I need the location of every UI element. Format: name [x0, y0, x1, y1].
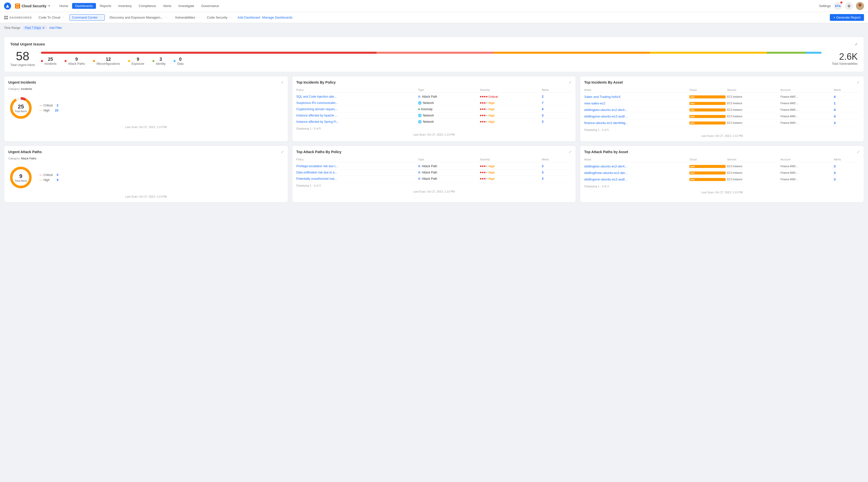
high-count[interactable]: 23: [55, 109, 58, 112]
asset-link-4[interactable]: ebillingone-ubuntu-ec2-asdf...: [584, 115, 688, 118]
asset-row-4: ebillingone-ubuntu-ec2-asdf... aws EC2 I…: [584, 113, 860, 120]
progress-incidents: [41, 52, 376, 54]
alerts-count-5[interactable]: 3: [542, 120, 571, 124]
top-attack-policy-expand[interactable]: ⤢: [569, 150, 571, 154]
urgent-incidents-total: 25: [15, 103, 27, 110]
asset-alerts-1[interactable]: 4: [834, 95, 860, 99]
asset-alerts-4[interactable]: 4: [834, 115, 860, 118]
urgent-attack-scan-time: Last Scan: Oct 27, 2023, 1:13 PM: [8, 195, 284, 198]
top-incidents-asset-card: Top Incidents By Asset ⤢ Asset Cloud Ser…: [580, 76, 864, 141]
tab-discovery[interactable]: Discovery and Exposure Managem... ⋯: [107, 14, 170, 21]
urgent-attack-paths-expand[interactable]: ⤢: [281, 150, 284, 154]
total-vulns-label: Total Vulnerabilities: [828, 62, 858, 66]
dashboards-label: DASHBOARDS: [4, 15, 32, 20]
policy-link-4[interactable]: Instance affected by Apache ...: [297, 114, 416, 117]
attack-asset-link-2[interactable]: ebillingthree-ubuntu-ec2-der...: [584, 171, 688, 175]
attack-asset-link-3[interactable]: ebillingone-ubuntu-ec2-asdf...: [584, 178, 688, 181]
nav-compliance[interactable]: Compliance: [136, 3, 159, 9]
attack-critical-count[interactable]: 0: [57, 173, 59, 177]
tab-vulnerabilities[interactable]: Vulnerabilities ⋯: [172, 14, 202, 21]
critical-count[interactable]: 2: [57, 104, 59, 107]
policy-link-1[interactable]: SQL and Code Injection atte...: [297, 95, 416, 98]
asset-link-1[interactable]: Sales and Trading hz6vX: [584, 95, 688, 99]
attack-high-count[interactable]: 9: [57, 178, 59, 182]
asset-link-5[interactable]: finance-ubuntu-ec2-der4t4tg...: [584, 121, 688, 125]
logo[interactable]: [4, 2, 11, 9]
alerts-count-4[interactable]: 3: [542, 114, 571, 117]
top-incidents-policy-expand[interactable]: ⤢: [569, 80, 571, 84]
nav-inventory[interactable]: Inventory: [115, 3, 135, 9]
category-data: 0 Data: [174, 57, 183, 66]
urgent-incidents-expand[interactable]: ⤢: [281, 80, 284, 84]
tab-code-security[interactable]: Code Security ⋯: [204, 14, 235, 21]
asset-row-1: Sales and Trading hz6vX aws EC2 Instance…: [584, 94, 860, 100]
generate-report-button[interactable]: + Generate Report: [830, 14, 864, 21]
attack-asset-alerts-3[interactable]: 3: [834, 178, 860, 181]
progress-bar: [41, 52, 822, 54]
nav-alerts[interactable]: Alerts: [160, 3, 174, 9]
tab-code-security-menu[interactable]: ⋯: [229, 16, 231, 19]
policy-link-3[interactable]: Cryptomining domain reques...: [297, 107, 416, 111]
tab-code-to-cloud-menu[interactable]: ⋯: [62, 16, 65, 19]
top-incidents-asset-expand[interactable]: ⤢: [857, 80, 860, 84]
nav-dashboards[interactable]: Dashboards: [72, 3, 96, 9]
incidents-policy-displaying: Displaying 1 - 5 of 5: [297, 127, 572, 130]
nav-governance[interactable]: Governance: [198, 3, 222, 9]
product-switcher[interactable]: Cloud Security ▼: [15, 3, 51, 8]
urgent-issues-title: Total Urgent Issues ⤢: [10, 42, 858, 46]
attack-alerts-1[interactable]: 3: [542, 164, 571, 168]
svg-point-2: [858, 7, 863, 10]
attack-alerts-2[interactable]: 3: [542, 171, 571, 174]
gear-icon-btn[interactable]: ⚙: [845, 2, 853, 10]
asset-alerts-2[interactable]: 1: [834, 101, 860, 105]
attack-asset-alerts-1[interactable]: 3: [834, 164, 860, 168]
tab-discovery-menu[interactable]: ⋯: [164, 16, 167, 19]
incidents-policy-scan-time: Last Scan: Oct 27, 2023, 1:13 PM: [297, 133, 572, 136]
attack-policy-link-1[interactable]: Privilege escalation risk due t...: [297, 164, 416, 168]
urgent-issues-expand[interactable]: ⤢: [855, 42, 858, 46]
svg-point-1: [859, 3, 862, 6]
nav-investigate[interactable]: Investigate: [175, 3, 197, 9]
filter-tag-time-range[interactable]: Past 7 Days ✕: [22, 26, 47, 30]
alerts-count-2[interactable]: 7: [542, 101, 571, 105]
percentage-icon-btn[interactable]: 67%: [834, 2, 842, 10]
attack-policy-link-3[interactable]: Potentially unauthorized mal...: [297, 177, 416, 181]
asset-link-3[interactable]: ebillingtwo-ubuntu-ec2-der4...: [584, 108, 688, 112]
type-badge-4: 🌐 Network: [418, 114, 478, 117]
tab-command-center[interactable]: Command Center ⋯: [69, 14, 105, 21]
top-attack-asset-expand[interactable]: ⤢: [857, 150, 860, 154]
add-filter-link[interactable]: Add Filter: [49, 26, 62, 30]
attack-severity-badge-2: High: [480, 171, 540, 174]
asset-alerts-5[interactable]: 3: [834, 121, 860, 125]
urgent-attack-total-label: Total Alerts: [15, 180, 27, 182]
top-incidents-policy-title: Top Incidents By Policy: [297, 80, 336, 84]
nav-reports[interactable]: Reports: [97, 3, 115, 9]
add-dashboard-link[interactable]: Add Dashboard: [237, 15, 260, 19]
tab-vulnerabilities-menu[interactable]: ⋯: [197, 16, 199, 19]
alerts-count-3[interactable]: 4: [542, 107, 571, 111]
policy-link-5[interactable]: Instance affected by Spring Fr...: [297, 120, 416, 124]
tab-code-to-cloud[interactable]: Code To Cloud ⋯: [36, 14, 67, 21]
nav-home[interactable]: Home: [57, 3, 71, 9]
asset-alerts-3[interactable]: 4: [834, 108, 860, 112]
attack-asset-scan-time: Last Scan: Oct 27, 2023, 1:13 PM: [584, 191, 860, 194]
incidents-asset-scan-time: Last Scan: Oct 27, 2023, 1:13 PM: [584, 134, 860, 137]
asset-link-2[interactable]: new-sales-ec2: [584, 101, 688, 105]
alerts-count-1[interactable]: 2: [542, 95, 571, 98]
policy-link-2[interactable]: Suspicious IPs communicatin...: [297, 101, 416, 105]
identity-dot: [152, 60, 154, 62]
attack-asset-alerts-2[interactable]: 3: [834, 171, 860, 175]
attack-alerts-3[interactable]: 3: [542, 177, 571, 181]
settings-link[interactable]: Settings: [819, 4, 831, 8]
attack-policy-link-2[interactable]: Data exfiltration risk due to a...: [297, 171, 416, 174]
account-4: Finance AWS ...: [781, 115, 832, 118]
product-name: Cloud Security: [22, 4, 46, 8]
user-avatar[interactable]: [856, 2, 864, 10]
filter-tag-remove[interactable]: ✕: [42, 26, 45, 30]
attack-asset-link-1[interactable]: ebillingtwo-ubuntu-ec2-der4...: [584, 164, 688, 168]
tab-command-center-menu[interactable]: ⋯: [99, 16, 102, 19]
attack-paths-row: Urgent Attack Paths ⤢ Category: Attack P…: [4, 146, 864, 202]
attack-type-badge-2: ⚙ Attack Path: [418, 171, 478, 174]
manage-dashboards-link[interactable]: Manage Dashboards: [262, 15, 292, 19]
progress-exposure: [650, 52, 767, 54]
